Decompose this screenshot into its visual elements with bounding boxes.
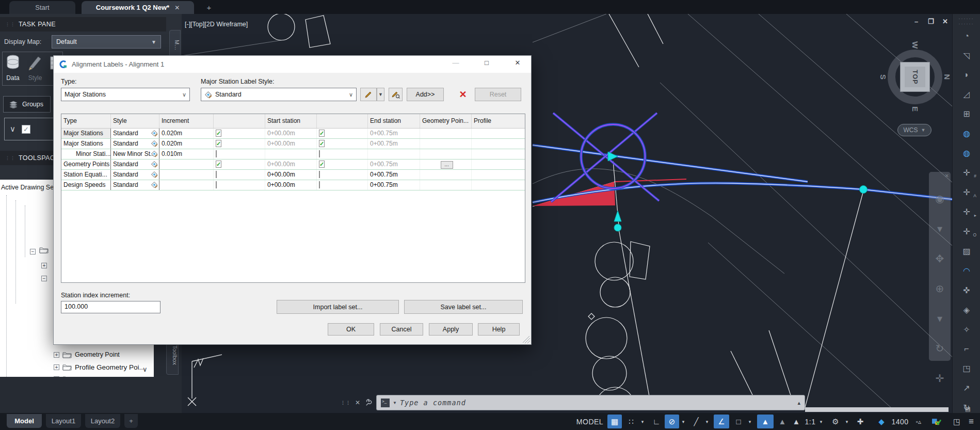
table-row[interactable]: Major Stations Standard 0.020m ✓ 0+00.00…	[61, 129, 525, 139]
reset-button[interactable]: Reset	[475, 88, 521, 101]
surface-contour-icon[interactable]: ◔	[953, 31, 980, 41]
alignment-curve-icon[interactable]: ◈	[953, 305, 980, 315]
viewport-controls-label[interactable]: [-][Top][2D Wireframe]	[185, 21, 248, 28]
chevron-down-icon[interactable]: ▼	[393, 401, 397, 405]
grading-icon[interactable]: ◹	[953, 51, 980, 60]
section-view-icon[interactable]: ◳	[953, 363, 980, 373]
navbar-caret2-icon[interactable]: ▾	[929, 312, 951, 325]
style-tool-button[interactable]: Style	[28, 55, 42, 82]
corridor-axis-icon[interactable]: ⌐	[953, 344, 980, 354]
type-dropdown[interactable]: Major Stations ∨	[61, 88, 190, 101]
dialog-minimize-icon[interactable]: —	[450, 59, 461, 69]
drag-dots-icon[interactable]: ⋮⋮	[341, 400, 351, 405]
isodraft-toggle[interactable]: ╱	[689, 415, 703, 428]
tree-expand-toggle[interactable]: +	[41, 263, 47, 268]
trusted-dwg-icon[interactable]	[928, 415, 944, 428]
intersection-icon[interactable]: ✧	[953, 325, 980, 335]
grid-display-toggle[interactable]: ▦	[607, 415, 622, 428]
edit-style-button[interactable]	[360, 88, 377, 101]
command-input[interactable]: Type a command	[400, 399, 794, 407]
command-line-grip[interactable]: ⋮⋮ ✕	[336, 394, 376, 411]
point-query-icon[interactable]: ✛O	[953, 227, 980, 236]
measure-icon[interactable]: ↗	[953, 383, 980, 393]
parcel-icon[interactable]: ◗	[953, 70, 980, 79]
save-label-set-button[interactable]: Save label set...	[404, 300, 523, 314]
point-grid-icon[interactable]: ✛#	[953, 168, 980, 178]
online-map-icon[interactable]: ◍	[953, 148, 980, 158]
groups-button[interactable]: Groups	[3, 96, 51, 113]
station-index-input[interactable]: 100.000	[61, 301, 160, 313]
layout2-tab[interactable]: Layout2	[85, 414, 120, 428]
delete-row-icon[interactable]: ✕	[456, 88, 470, 101]
viewcube-top-face[interactable]: TOP	[900, 62, 930, 92]
tab-close-icon[interactable]: ✕	[174, 4, 180, 11]
drag-handle-icon[interactable]: ⋮⋮	[5, 155, 15, 161]
viewport-restore-icon[interactable]: ❐	[928, 18, 934, 25]
command-prompt-icon[interactable]: >_	[381, 399, 390, 407]
point-select-icon[interactable]: ✛▸	[953, 207, 980, 217]
col-end-check[interactable]	[317, 114, 368, 128]
end-station-checkbox[interactable]: ✓	[319, 140, 325, 147]
start-station-checkbox[interactable]: ✓	[216, 161, 221, 168]
point-label-icon[interactable]: ✛A	[953, 187, 980, 197]
table-row[interactable]: Major Stations Standard 0.020m ✓ 0+00.00…	[61, 139, 525, 149]
viewport-minimize-icon[interactable]: –	[914, 18, 918, 25]
autoscale-toggle[interactable]: ▲	[776, 415, 789, 428]
cancel-button[interactable]: Cancel	[380, 323, 423, 336]
snap-dropdown-icon[interactable]: ▾	[639, 415, 646, 428]
start-station-checkbox[interactable]: ✓	[216, 140, 221, 147]
table-row[interactable]: Design Speeds Standard 0+00.00m 0+00.75m	[61, 180, 525, 190]
viewcube-south[interactable]: S	[878, 72, 888, 82]
scale-dropdown-icon[interactable]: ▾	[817, 415, 825, 428]
tab-start[interactable]: Start	[9, 1, 75, 14]
hatch-image-icon[interactable]: ▨	[953, 246, 980, 256]
end-station-checkbox[interactable]: ✓	[319, 130, 325, 137]
add-cleanup-icon[interactable]: ✚	[853, 415, 867, 428]
table-row[interactable]: Station Equati... Standard 0+00.00m 0+00…	[61, 170, 525, 180]
filter-checkbox[interactable]: ✓	[22, 125, 30, 134]
geolocation-globe-icon[interactable]: ◍	[953, 129, 980, 138]
preview-style-button[interactable]	[389, 88, 403, 101]
apply-button[interactable]: Apply	[429, 323, 473, 336]
col-style[interactable]: Style	[111, 114, 159, 128]
orbit-icon[interactable]: ↻	[929, 342, 951, 355]
annotation-scale-icon[interactable]: ▲	[790, 415, 802, 428]
zoom-extents-icon[interactable]: ⊕	[929, 282, 951, 295]
tree-scroll-down-icon[interactable]: ∨	[142, 365, 148, 373]
tree-collapse-toggle[interactable]: −	[30, 249, 36, 254]
annotation-scale-value[interactable]: 1400	[890, 415, 910, 428]
annotation-visibility-toggle[interactable]: ▲	[757, 415, 774, 428]
graphics-performance-icon[interactable]: ▫▵	[911, 415, 926, 428]
end-station-checkbox[interactable]: ✓	[319, 161, 325, 168]
tree-item[interactable]: + Profile Geometry Poi...	[54, 361, 152, 373]
start-station-checkbox[interactable]	[216, 171, 217, 178]
tree-expand-toggle[interactable]: +	[54, 352, 59, 358]
layout1-tab[interactable]: Layout1	[46, 414, 81, 428]
annotation-monitor-icon[interactable]: ▤	[965, 406, 970, 412]
display-map-dropdown[interactable]: Default ▼	[52, 35, 161, 49]
ortho-toggle[interactable]: ∟	[649, 415, 664, 428]
viewcube-west[interactable]: W	[910, 40, 920, 50]
dialog-close-icon[interactable]: ✕	[512, 59, 523, 69]
start-station-checkbox[interactable]: ✓	[216, 130, 221, 137]
col-increment[interactable]: Increment	[159, 114, 214, 128]
tab-drawing[interactable]: Coursework 1 Q2 New* ✕	[82, 1, 194, 14]
style-dropdown[interactable]: Standard ∨	[201, 88, 357, 101]
drag-handle-icon[interactable]: ⋮⋮	[5, 22, 15, 27]
feature-curve-icon[interactable]: ◠	[953, 266, 980, 276]
pan-hand-icon[interactable]: ✥	[929, 252, 951, 265]
command-history-up-icon[interactable]: ▴	[797, 400, 800, 406]
start-station-checkbox[interactable]	[216, 150, 217, 157]
col-profile[interactable]: Profile	[472, 114, 525, 128]
col-geometry[interactable]: Geometry Poin...	[420, 114, 472, 128]
end-station-checkbox[interactable]	[319, 171, 320, 178]
viewcube-east[interactable]: E	[910, 104, 920, 114]
dialog-resize-grip[interactable]	[523, 336, 530, 343]
data-tool-button[interactable]: Data	[5, 55, 21, 82]
model-space-toggle[interactable]: MODEL	[574, 415, 605, 428]
toolbar-drag-handle[interactable]: ············	[953, 14, 980, 26]
chevron-down-icon[interactable]: ∨	[10, 124, 15, 134]
steering-wheel-icon[interactable]: ◉	[929, 193, 951, 205]
wcs-dropdown[interactable]: WCS ▼	[897, 124, 931, 136]
navbar-close-icon[interactable]: ✕	[945, 173, 949, 179]
